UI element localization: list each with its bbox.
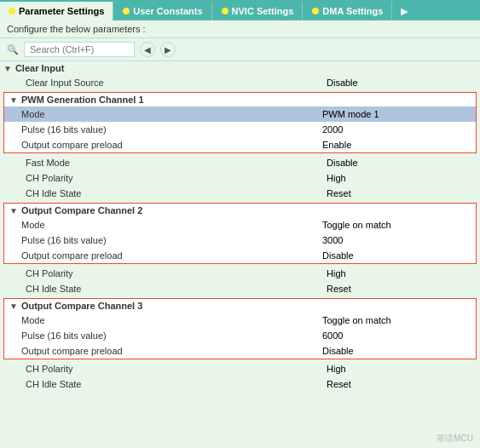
oc-channel-3-section: ▼ Output Compare Channel 3 Mode Toggle o… [0, 298, 480, 392]
oc-ch2-preload-value: Disable [322, 250, 476, 261]
oc-ch2-extra-row-1: CH Idle State Reset [0, 281, 480, 296]
clear-input-source-value: Disable [327, 78, 480, 88]
pwm-ch1-polarity-value: High [327, 173, 480, 183]
pwm-channel-1-section: ▼ PWM Generation Channel 1 Mode PWM mode… [0, 92, 480, 201]
clear-input-arrow-icon: ▼ [3, 64, 12, 73]
clear-input-source-label: Clear Input Source [0, 78, 327, 88]
clear-input-header[interactable]: ▼ Clear Input [0, 61, 480, 75]
oc-ch2-idle-label: CH Idle State [0, 284, 327, 294]
oc-ch2-preload-label: Output compare preload [4, 250, 322, 261]
oc-ch3-pulse-label: Pulse (16 bits value) [4, 330, 322, 341]
prev-arrow-button[interactable]: ◀ [140, 42, 155, 57]
oc-ch2-mode-value: Toggle on match [322, 220, 476, 230]
tab-parameter-settings[interactable]: Parameter Settings [0, 2, 113, 20]
oc-ch2-polarity-label: CH Polarity [0, 268, 327, 279]
oc-ch3-preload-value: Disable [322, 346, 476, 356]
tab-nvic-settings[interactable]: NVIC Settings [213, 2, 304, 20]
pwm-ch1-extra-row-1: CH Polarity High [0, 170, 480, 186]
oc-ch2-mode-label: Mode [4, 220, 322, 230]
oc-ch3-polarity-label: CH Polarity [0, 364, 327, 374]
tab-label-nvic: NVIC Settings [232, 6, 294, 16]
pwm-ch1-extra-row-0: Fast Mode Disable [0, 155, 480, 170]
oc-ch3-idle-label: CH Idle State [0, 379, 327, 389]
oc-channel-2-header[interactable]: ▼ Output Compare Channel 2 [4, 204, 476, 217]
tab-dot-user [123, 8, 130, 14]
oc-ch3-preload-label: Output compare preload [4, 346, 322, 356]
pwm-ch1-mode-value: PWM mode 1 [322, 109, 476, 119]
clear-input-section: ▼ Clear Input Clear Input Source Disable [0, 61, 480, 90]
pwm-channel-1-header[interactable]: ▼ PWM Generation Channel 1 [4, 93, 476, 106]
tab-dot-dma [312, 8, 319, 14]
tab-dma-settings[interactable]: DMA Settings [304, 2, 392, 20]
search-glass-icon: 🔍 [7, 44, 19, 55]
tab-label-parameter: Parameter Settings [19, 6, 104, 16]
pwm-ch1-preload-value: Enable [322, 140, 476, 150]
oc-ch2-pulse-value: 3000 [322, 235, 476, 245]
oc-ch2-pulse-label: Pulse (16 bits value) [4, 235, 322, 245]
pwm-ch1-row-0: Mode PWM mode 1 [4, 106, 476, 122]
oc-channel-3-header[interactable]: ▼ Output Compare Channel 3 [4, 299, 476, 313]
pwm-channel-1-box: ▼ PWM Generation Channel 1 Mode PWM mode… [3, 92, 477, 153]
oc-channel-3-arrow-icon: ▼ [9, 302, 18, 311]
oc-ch2-row-0: Mode Toggle on match [4, 217, 476, 233]
oc-ch3-row-1: Pulse (16 bits value) 6000 [4, 328, 476, 343]
oc-channel-2-label: Output Compare Channel 2 [21, 205, 142, 215]
oc-ch3-polarity-value: High [327, 364, 480, 374]
oc-channel-2-arrow-icon: ▼ [9, 206, 18, 215]
pwm-channel-1-label: PWM Generation Channel 1 [21, 95, 144, 105]
oc-channel-2-section: ▼ Output Compare Channel 2 Mode Toggle o… [0, 203, 480, 296]
pwm-ch1-idle-value: Reset [327, 188, 480, 198]
pwm-ch1-extra-row-2: CH Idle State Reset [0, 186, 480, 201]
oc-channel-3-box: ▼ Output Compare Channel 3 Mode Toggle o… [3, 298, 477, 359]
oc-ch3-mode-label: Mode [4, 315, 322, 325]
pwm-ch1-row-2: Output compare preload Enable [4, 137, 476, 152]
tab-overflow-icon[interactable]: ► [393, 4, 415, 18]
oc-channel-3-label: Output Compare Channel 3 [21, 301, 142, 311]
oc-ch3-extra-row-0: CH Polarity High [0, 361, 480, 376]
oc-ch3-idle-value: Reset [327, 379, 480, 389]
tab-dot-parameter [9, 8, 15, 14]
oc-channel-2-box: ▼ Output Compare Channel 2 Mode Toggle o… [3, 203, 477, 264]
pwm-ch1-fastmode-value: Disable [327, 158, 480, 168]
oc-ch2-row-2: Output compare preload Disable [4, 248, 476, 263]
subtitle: Configure the below parameters : [0, 20, 480, 38]
oc-ch3-pulse-value: 6000 [322, 330, 476, 341]
pwm-ch1-polarity-label: CH Polarity [0, 173, 327, 183]
pwm-ch1-pulse-value: 2000 [322, 124, 476, 135]
tab-dot-nvic [222, 8, 228, 14]
pwm-ch1-fastmode-label: Fast Mode [0, 158, 327, 168]
oc-ch2-idle-value: Reset [327, 284, 480, 294]
oc-ch2-polarity-value: High [327, 268, 480, 279]
tab-label-user: User Constants [133, 6, 202, 16]
content-area: ▼ Clear Input Clear Input Source Disable… [0, 61, 480, 448]
pwm-ch1-row-1: Pulse (16 bits value) 2000 [4, 122, 476, 137]
search-input[interactable] [24, 42, 135, 57]
oc-ch3-extra-row-1: CH Idle State Reset [0, 376, 480, 392]
oc-ch3-mode-value: Toggle on match [322, 315, 476, 325]
watermark: 茶话MCU [437, 433, 473, 445]
tab-bar: Parameter Settings User Constants NVIC S… [0, 0, 480, 20]
pwm-ch1-idle-label: CH Idle State [0, 188, 327, 198]
pwm-channel-1-arrow-icon: ▼ [9, 95, 18, 105]
next-arrow-button[interactable]: ▶ [160, 42, 176, 57]
pwm-ch1-mode-label: Mode [4, 109, 322, 119]
tab-label-dma: DMA Settings [322, 6, 383, 16]
pwm-ch1-preload-label: Output compare preload [4, 140, 322, 150]
clear-input-row-0: Clear Input Source Disable [0, 75, 480, 90]
oc-ch3-row-0: Mode Toggle on match [4, 313, 476, 328]
pwm-ch1-pulse-label: Pulse (16 bits value) [4, 124, 322, 135]
oc-ch2-extra-row-0: CH Polarity High [0, 266, 480, 281]
tab-user-constants[interactable]: User Constants [114, 2, 211, 20]
search-bar: 🔍 ◀ ▶ [0, 38, 480, 61]
clear-input-label: Clear Input [15, 63, 64, 73]
oc-ch2-row-1: Pulse (16 bits value) 3000 [4, 233, 476, 248]
oc-ch3-row-2: Output compare preload Disable [4, 343, 476, 359]
